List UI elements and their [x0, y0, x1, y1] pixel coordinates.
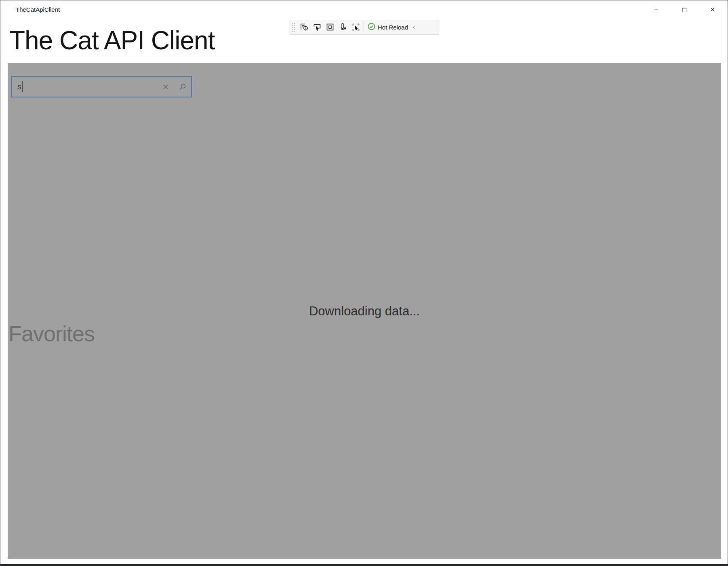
maximize-button[interactable]: □	[670, 0, 699, 19]
display-layout-adorners-button[interactable]	[324, 21, 337, 33]
enable-selection-icon	[313, 23, 322, 32]
minimize-button[interactable]: ─	[642, 0, 670, 19]
chevron-left-icon: ‹	[412, 23, 415, 31]
favorites-section-title: Favorites	[8, 322, 95, 346]
clear-search-button[interactable]	[157, 77, 174, 97]
minimize-icon: ─	[654, 6, 658, 13]
hot-reload-check-icon	[368, 23, 375, 32]
magnifier-icon	[179, 83, 186, 91]
app-window: TheCatApiClient ─ □ ✕	[0, 0, 728, 566]
page-title: The Cat API Client	[9, 26, 215, 55]
track-focused-element-icon	[339, 23, 347, 32]
select-element-icon	[351, 23, 360, 32]
search-input[interactable]: s	[11, 76, 192, 97]
live-visual-tree-button[interactable]	[298, 21, 311, 33]
title-bar[interactable]: TheCatApiClient ─ □ ✕	[0, 0, 728, 19]
toolbar-drag-grip[interactable]	[291, 22, 296, 32]
xaml-debug-toolbar: Hot Reload ‹	[290, 20, 439, 34]
close-icon: ✕	[710, 6, 715, 13]
hot-reload-status[interactable]: Hot Reload	[366, 21, 410, 33]
close-button[interactable]: ✕	[699, 0, 727, 19]
select-element-button[interactable]	[349, 21, 362, 33]
search-input-value: s	[17, 82, 21, 91]
search-button[interactable]	[174, 77, 191, 97]
toolbar-separator	[364, 22, 364, 32]
enable-selection-button[interactable]	[311, 21, 324, 33]
toolbar-collapse-button[interactable]: ‹	[410, 21, 419, 33]
maximize-icon: □	[682, 6, 687, 13]
downloading-status-text: Downloading data...	[8, 304, 721, 319]
hot-reload-label: Hot Reload	[378, 24, 408, 31]
window-title: TheCatApiClient	[0, 6, 60, 13]
busy-overlay: s Favorites Downloading	[8, 63, 721, 559]
display-layout-adorners-icon	[326, 23, 335, 32]
live-visual-tree-icon	[300, 23, 309, 32]
window-bottom-edge	[0, 564, 728, 566]
text-caret	[22, 81, 23, 92]
caption-buttons: ─ □ ✕	[642, 0, 727, 19]
x-clear-icon	[162, 84, 169, 90]
track-focused-element-button[interactable]	[337, 21, 349, 33]
